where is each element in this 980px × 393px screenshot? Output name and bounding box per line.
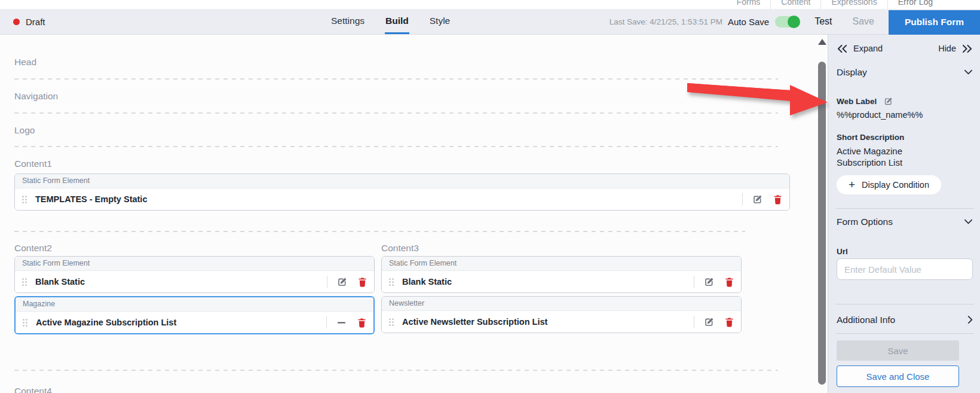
- form-element-card-magazine-selected[interactable]: Magazine Active Magazine Subscription Li…: [14, 296, 375, 334]
- card-type-label: Static Form Element: [15, 257, 374, 271]
- card-type-label: Static Form Element: [382, 257, 741, 271]
- section-divider: [14, 231, 745, 232]
- section-divider: [14, 146, 778, 147]
- section-divider: [14, 370, 778, 371]
- top-tab-error-log[interactable]: Error Log: [887, 0, 943, 9]
- expand-panel-button[interactable]: Expand: [837, 44, 883, 53]
- card-actions: [326, 316, 368, 328]
- url-input[interactable]: [837, 258, 973, 280]
- canvas-scrollbar: [816, 35, 828, 393]
- card-row: Blank Static: [15, 271, 374, 293]
- scrollbar-thumb[interactable]: [818, 62, 826, 385]
- delete-icon[interactable]: [724, 316, 735, 328]
- additional-info-title: Additional Info: [837, 314, 895, 325]
- chevron-down-icon: [964, 219, 973, 224]
- divider: [694, 276, 694, 288]
- chevrons-right-icon: [961, 44, 973, 53]
- short-description-value: Active Magazine Subscription List: [837, 145, 938, 168]
- card-type-label: Magazine: [16, 297, 373, 312]
- top-tab-content[interactable]: Content: [770, 0, 820, 9]
- draft-status-dot-icon: [13, 19, 20, 25]
- drag-handle-icon[interactable]: [389, 318, 394, 326]
- card-actions: [327, 276, 368, 288]
- edit-icon[interactable]: [752, 194, 763, 205]
- section-divider: [14, 78, 778, 80]
- card-actions: [694, 316, 735, 328]
- card-title: TEMPLATES - Empty Static: [35, 194, 742, 204]
- last-save-timestamp: Last Save: 4/21/25, 1:53:51 PM: [610, 17, 722, 26]
- content-row: Static Form Element Blank Static: [14, 256, 828, 334]
- form-element-card-templates-static[interactable]: Static Form Element TEMPLATES - Empty St…: [14, 173, 790, 211]
- chevron-right-icon: [967, 315, 973, 324]
- additional-info-section-header[interactable]: Additional Info: [837, 314, 973, 325]
- builder-tabs: Settings Build Style: [330, 9, 451, 34]
- content3-column: Static Form Element Blank Static: [381, 256, 742, 334]
- card-type-label: Static Form Element: [15, 174, 789, 188]
- edit-icon[interactable]: [883, 96, 894, 107]
- edit-icon[interactable]: [336, 276, 348, 288]
- test-button[interactable]: Test: [814, 16, 832, 27]
- card-row: Active Magazine Subscription List: [16, 312, 373, 333]
- scroll-up-arrow-icon[interactable]: [818, 39, 826, 45]
- form-element-card-newsletter[interactable]: Newsletter Active Newsletter Subscriptio…: [381, 296, 742, 333]
- minus-icon[interactable]: [336, 317, 347, 328]
- header-save-button[interactable]: Save: [852, 16, 874, 27]
- expand-label: Expand: [853, 44, 883, 53]
- divider: [326, 316, 327, 328]
- publish-form-button[interactable]: Publish Form: [889, 10, 980, 35]
- panel-divider: [835, 304, 974, 304]
- display-condition-label: Display Condition: [862, 180, 929, 190]
- card-actions: [742, 193, 783, 205]
- tab-build[interactable]: Build: [385, 9, 409, 34]
- drag-handle-icon[interactable]: [22, 196, 27, 203]
- short-description-title: Short Description: [837, 133, 973, 142]
- top-tab-expressions[interactable]: Expressions: [820, 0, 887, 9]
- top-nav-strip: Forms Content Expressions Error Log: [0, 0, 980, 9]
- form-element-card-blank-static[interactable]: Static Form Element Blank Static: [381, 256, 742, 293]
- draft-status-label: Draft: [26, 17, 45, 27]
- display-section-header[interactable]: Display: [837, 66, 973, 78]
- header-actions: Last Save: 4/21/25, 1:53:51 PM Auto Save…: [610, 9, 980, 34]
- form-options-title: Form Options: [837, 216, 893, 227]
- edit-icon[interactable]: [703, 316, 715, 328]
- add-display-condition-button[interactable]: + Display Condition: [837, 175, 941, 194]
- section-label-navigation[interactable]: Navigation: [14, 91, 828, 102]
- panel-save-button[interactable]: Save: [837, 340, 959, 361]
- save-and-close-button[interactable]: Save and Close: [837, 365, 959, 387]
- drag-handle-icon[interactable]: [389, 278, 394, 286]
- divider: [327, 276, 327, 288]
- drag-handle-icon[interactable]: [22, 278, 27, 286]
- delete-icon[interactable]: [772, 194, 783, 205]
- top-tab-forms[interactable]: Forms: [727, 0, 771, 9]
- drag-handle-icon[interactable]: [23, 319, 27, 327]
- plus-icon: +: [849, 179, 855, 190]
- section-label-head[interactable]: Head: [14, 57, 828, 68]
- display-section-title: Display: [837, 66, 867, 78]
- card-title: Active Magazine Subscription List: [36, 318, 326, 327]
- section-label-content4[interactable]: Content4: [14, 386, 828, 393]
- delete-icon[interactable]: [357, 276, 368, 288]
- card-row: Blank Static: [382, 271, 741, 293]
- section-label-logo[interactable]: Logo: [14, 125, 828, 136]
- panel-controls: Expand Hide: [837, 44, 973, 53]
- form-status: Draft: [13, 9, 45, 34]
- toggle-knob-icon: [788, 16, 800, 28]
- delete-icon[interactable]: [724, 276, 735, 288]
- section-label-content1[interactable]: Content1: [14, 159, 828, 169]
- edit-icon[interactable]: [703, 276, 715, 288]
- hide-panel-button[interactable]: Hide: [938, 44, 973, 53]
- card-row: TEMPLATES - Empty Static: [15, 188, 789, 210]
- section-label-content2[interactable]: Content2: [14, 243, 381, 254]
- delete-icon[interactable]: [356, 317, 368, 328]
- form-element-card-blank-static[interactable]: Static Form Element Blank Static: [14, 256, 375, 293]
- url-field-label: Url: [837, 247, 973, 257]
- card-title: Active Newsletter Subscription List: [402, 317, 694, 327]
- tab-settings[interactable]: Settings: [330, 9, 365, 34]
- section-label-content3[interactable]: Content3: [381, 243, 419, 254]
- divider: [742, 193, 743, 205]
- tab-style[interactable]: Style: [429, 9, 451, 34]
- chevrons-left-icon: [837, 44, 848, 53]
- auto-save-toggle[interactable]: [775, 16, 800, 28]
- card-row: Active Newsletter Subscription List: [382, 311, 741, 333]
- form-options-section-header[interactable]: Form Options: [837, 216, 973, 227]
